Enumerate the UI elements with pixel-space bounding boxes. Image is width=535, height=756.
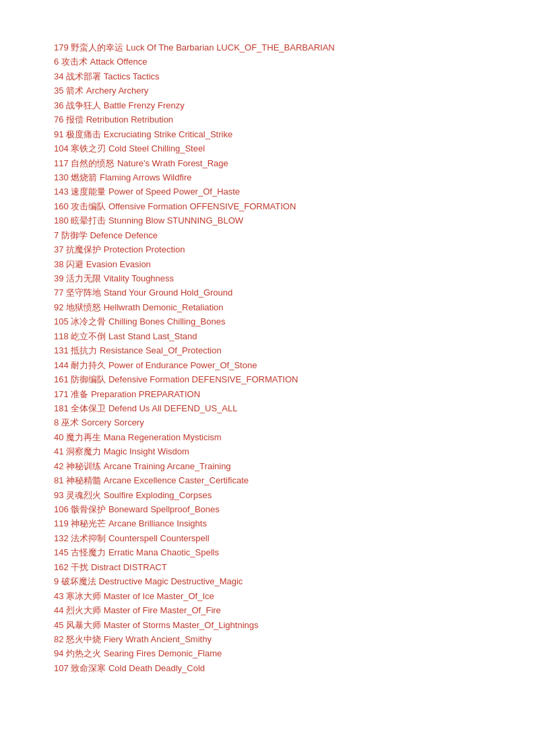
list-item: 35 箭术 Archery Archery	[54, 83, 481, 98]
item-id: 106	[54, 504, 69, 514]
list-item: 37 抗魔保护 Protection Protection	[54, 242, 481, 256]
list-item: 92 地狱愤怒 Hellwrath Demonic_Retaliation	[54, 300, 481, 314]
item-key: PREPARATION	[139, 389, 200, 399]
list-item: 145 古怪魔力 Erratic Mana Chaotic_Spells	[54, 545, 481, 559]
item-key: Chaotic_Spells	[160, 547, 219, 557]
list-item: 94 灼热之火 Searing Fires Demonic_Flame	[54, 646, 481, 660]
item-key: LUCK_OF_THE_BARBARIAN	[216, 42, 335, 53]
item-zh: 风暴大师	[66, 620, 101, 630]
item-zh: 野蛮人的幸运	[71, 42, 123, 53]
item-zh: 箭术	[66, 85, 84, 96]
item-id: 36	[54, 100, 63, 110]
item-key: Tactics	[133, 71, 160, 81]
item-zh: 报偿	[66, 114, 84, 125]
item-en: Chilling Bones	[108, 316, 164, 327]
list-item: 34 战术部署 Tactics Tactics	[54, 69, 481, 83]
item-en: Power of Endurance	[108, 360, 188, 370]
list-item: 107 致命深寒 Cold Death Deadly_Cold	[54, 661, 481, 675]
item-key: Last_Stand	[153, 331, 197, 341]
item-zh: 自然的愤怒	[71, 158, 115, 168]
item-zh: 战术部署	[66, 71, 101, 81]
item-id: 118	[54, 331, 69, 341]
item-key: Master_Of_Ice	[156, 591, 214, 601]
item-zh: 寒铁之刃	[71, 143, 106, 153]
item-key: Power_Of_Haste	[173, 186, 240, 197]
item-en: Nature's Wrath	[117, 158, 175, 168]
item-zh: 干扰	[71, 562, 88, 572]
item-en: Attack	[90, 57, 114, 67]
item-id: 181	[54, 403, 69, 413]
list-item: 39 活力无限 Vitality Toughness	[54, 271, 481, 285]
list-item: 44 烈火大师 Master of Fire Master_Of_Fire	[54, 603, 481, 617]
item-zh: 燃烧箭	[71, 172, 97, 182]
item-id: 162	[54, 562, 69, 572]
item-id: 161	[54, 374, 69, 384]
list-item: 91 极度痛击 Excruciating Strike Critical_Str…	[54, 127, 481, 141]
item-key: Ancient_Smithy	[151, 634, 212, 644]
item-key: Insights	[177, 518, 207, 528]
item-id: 160	[54, 201, 69, 211]
item-id: 130	[54, 172, 69, 182]
item-en: Arcane Training	[104, 461, 165, 471]
list-item: 93 灵魂烈火 Soulfire Exploding_Corpses	[54, 488, 481, 502]
list-item: 181 全体保卫 Defend Us All DEFEND_US_ALL	[54, 401, 481, 415]
item-id: 171	[54, 389, 69, 399]
item-zh: 灵魂烈火	[66, 490, 101, 500]
list-item: 144 耐力持久 Power of Endurance Power_Of_Sto…	[54, 358, 481, 372]
item-en: Flaming Arrows	[100, 172, 160, 182]
item-zh: 寒冰大师	[66, 591, 101, 601]
item-id: 77	[54, 287, 63, 298]
item-id: 38	[54, 259, 63, 269]
item-key: Caster_Certificate	[179, 475, 249, 485]
list-item: 131 抵抗力 Resistance Seal_Of_Protection	[54, 343, 481, 357]
item-zh: 洞察魔力	[66, 446, 101, 456]
item-zh: 巫术	[61, 417, 79, 427]
item-zh: 烈火大师	[66, 605, 101, 615]
item-key: Archery	[118, 85, 148, 96]
item-en: Counterspell	[108, 533, 158, 543]
item-zh: 怒火中烧	[66, 634, 101, 644]
item-key: Critical_Strike	[179, 129, 232, 139]
item-id: 44	[54, 605, 63, 615]
item-id: 45	[54, 620, 63, 630]
item-key: Defence	[125, 230, 158, 240]
list-item: 9 破坏魔法 Destructive Magic Destructive_Mag…	[54, 574, 481, 588]
item-id: 6	[54, 57, 59, 67]
item-en: Retribution	[86, 114, 129, 125]
item-zh: 致命深寒	[71, 663, 106, 673]
item-id: 9	[54, 576, 59, 586]
item-en: Soulfire	[104, 490, 133, 500]
list-item: 162 干扰 Distract DISTRACT	[54, 560, 481, 574]
item-key: DISTRACT	[123, 562, 167, 572]
item-key: Forest_Rage	[178, 158, 228, 168]
item-key: OFFENSIVE_FORMATION	[189, 201, 296, 211]
item-id: 92	[54, 302, 63, 312]
item-en: Vitality	[104, 273, 129, 283]
item-id: 93	[54, 490, 63, 500]
item-zh: 战争狂人	[66, 100, 101, 110]
item-en: Sorcery	[81, 417, 111, 427]
list-item: 132 法术抑制 Counterspell Counterspell	[54, 531, 481, 545]
item-zh: 速度能量	[71, 186, 106, 197]
item-en: Arcane Excellence	[104, 475, 177, 485]
item-id: 40	[54, 432, 63, 442]
list-item: 179 野蛮人的幸运 Luck Of The Barbarian LUCK_OF…	[54, 40, 481, 55]
item-en: Luck Of The Barbarian	[126, 42, 214, 53]
list-item: 7 防御学 Defence Defence	[54, 228, 481, 242]
item-zh: 准备	[71, 389, 88, 399]
item-en: Tactics	[104, 71, 131, 81]
item-key: STUNNING_BLOW	[167, 215, 243, 226]
item-key: DEFENSIVE_FORMATION	[192, 374, 298, 384]
item-key: Power_Of_Stone	[190, 360, 257, 370]
item-en: Master of Ice	[104, 591, 154, 601]
item-en: Erratic Mana	[108, 547, 158, 557]
item-en: Stand Your Ground	[104, 287, 179, 298]
list-item: 105 冰冷之骨 Chilling Bones Chilling_Bones	[54, 314, 481, 329]
item-zh: 坚守阵地	[66, 287, 101, 298]
item-zh: 耐力持久	[71, 360, 106, 370]
item-id: 94	[54, 648, 63, 658]
item-en: Master of Fire	[104, 605, 158, 615]
list-item: 40 魔力再生 Mana Regeneration Mysticism	[54, 430, 481, 444]
list-item: 36 战争狂人 Battle Frenzy Frenzy	[54, 98, 481, 112]
item-en: Cold Death	[108, 663, 152, 673]
